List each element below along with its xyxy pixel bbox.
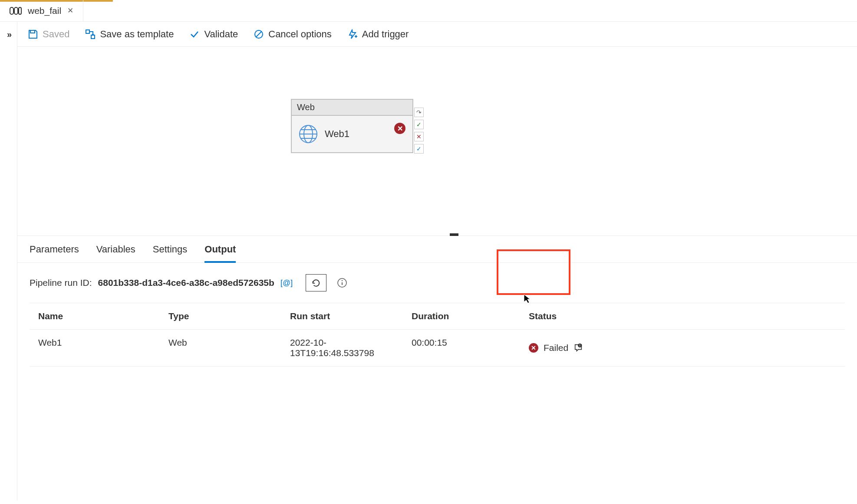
- copy-expression-icon[interactable]: [@]: [280, 278, 293, 288]
- add-trigger-button[interactable]: Add trigger: [347, 29, 409, 40]
- resize-handle[interactable]: [450, 233, 458, 236]
- skip-handle[interactable]: ↷: [414, 108, 424, 117]
- svg-rect-3: [86, 30, 89, 33]
- complete-handle[interactable]: ✓: [414, 144, 424, 154]
- output-table: Name Type Run start Duration Status Web1…: [30, 303, 845, 367]
- status-message-icon[interactable]: !: [574, 343, 583, 353]
- cell-run-start: 2022-10-13T19:16:48.533798: [281, 330, 403, 366]
- save-as-template-label: Save as template: [100, 29, 174, 40]
- col-name: Name: [30, 303, 160, 329]
- saved-label: Saved: [43, 29, 69, 40]
- trigger-icon: [347, 29, 358, 39]
- run-info-row: Pipeline run ID: 6801b338-d1a3-4ce6-a38c…: [17, 263, 857, 303]
- cell-type: Web: [160, 330, 281, 366]
- web-activity[interactable]: Web Web1 ✕: [291, 99, 413, 153]
- info-icon[interactable]: [337, 278, 347, 288]
- success-handle[interactable]: ✓: [414, 120, 424, 129]
- bottom-pane: Parameters Variables Settings Output Pip…: [17, 236, 857, 501]
- chevron-right-icon: »: [7, 29, 10, 501]
- run-id-label: Pipeline run ID:: [30, 278, 92, 288]
- svg-rect-0: [10, 7, 13, 14]
- svg-point-15: [342, 280, 343, 281]
- svg-line-6: [256, 32, 261, 37]
- validate-button[interactable]: Validate: [189, 29, 238, 40]
- activity-body: Web1 ✕: [291, 115, 413, 153]
- template-icon: [85, 29, 96, 39]
- add-trigger-label: Add trigger: [362, 29, 409, 40]
- pipeline-icon: [10, 6, 22, 16]
- activity-type-label: Web: [291, 99, 413, 115]
- run-id-value: 6801b338-d1a3-4ce6-a38c-a98ed572635b: [98, 278, 274, 288]
- tab-settings[interactable]: Settings: [153, 244, 188, 262]
- close-icon[interactable]: ✕: [67, 6, 73, 15]
- tab-title: web_fail: [28, 6, 61, 16]
- tab-row: web_fail ✕: [0, 0, 857, 22]
- pipeline-canvas[interactable]: Web Web1 ✕ ↷ ✓ ✕ ✓: [17, 47, 857, 236]
- svg-rect-2: [19, 7, 21, 14]
- toolbar: Saved Save as template Validate Cancel o…: [17, 22, 857, 47]
- col-status: Status: [520, 303, 611, 329]
- cell-duration: 00:00:15: [403, 330, 520, 366]
- tab-parameters[interactable]: Parameters: [30, 244, 79, 262]
- col-duration: Duration: [403, 303, 520, 329]
- tab-output[interactable]: Output: [204, 244, 236, 263]
- col-type: Type: [160, 303, 281, 329]
- cancel-options-label: Cancel options: [268, 29, 332, 40]
- side-panel-toggle[interactable]: »: [0, 22, 17, 501]
- tab-variables[interactable]: Variables: [96, 244, 135, 262]
- cursor-icon: [524, 294, 531, 306]
- save-icon: [28, 29, 38, 39]
- activity-name: Web1: [325, 128, 349, 140]
- cancel-icon: [254, 29, 264, 39]
- cancel-options-button[interactable]: Cancel options: [254, 29, 332, 40]
- validate-label: Validate: [204, 29, 238, 40]
- globe-icon: [299, 124, 318, 144]
- status-text: Failed: [544, 343, 568, 353]
- fail-handle[interactable]: ✕: [414, 132, 424, 141]
- table-header-row: Name Type Run start Duration Status: [30, 303, 845, 330]
- cell-name: Web1: [30, 330, 160, 366]
- saved-button[interactable]: Saved: [28, 29, 69, 40]
- error-icon: ✕: [394, 123, 405, 134]
- col-run-start: Run start: [281, 303, 403, 329]
- fail-icon: ✕: [529, 343, 538, 353]
- svg-rect-1: [14, 7, 18, 14]
- activity-handles: ↷ ✓ ✕ ✓: [414, 108, 424, 154]
- bottom-tabs: Parameters Variables Settings Output: [17, 236, 857, 263]
- svg-text:!: !: [580, 344, 580, 347]
- cell-status: ✕ Failed !: [520, 330, 611, 366]
- tab-web-fail[interactable]: web_fail ✕: [0, 0, 83, 21]
- check-icon: [189, 29, 200, 39]
- refresh-button[interactable]: [306, 274, 326, 291]
- table-row[interactable]: Web1 Web 2022-10-13T19:16:48.533798 00:0…: [30, 330, 845, 366]
- save-as-template-button[interactable]: Save as template: [85, 29, 174, 40]
